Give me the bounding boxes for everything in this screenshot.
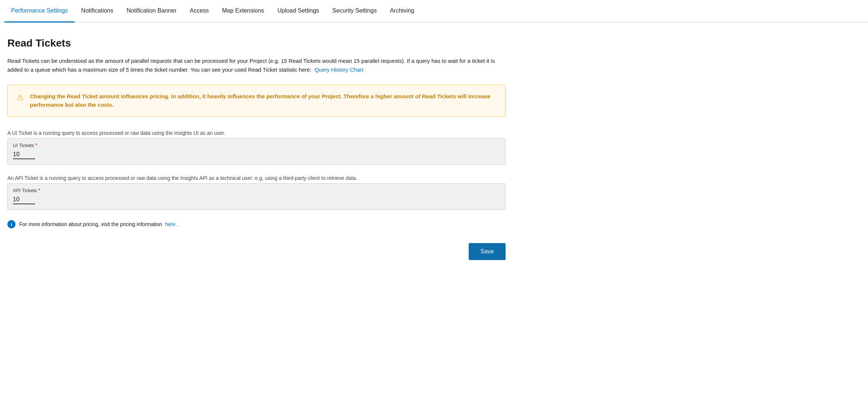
description-text: Read Tickets can be understood as the am… bbox=[7, 58, 495, 73]
tab-archiving[interactable]: Archiving bbox=[383, 0, 421, 23]
tab-access[interactable]: Access bbox=[183, 0, 216, 23]
page-title: Read Tickets bbox=[7, 37, 509, 49]
tab-notification-banner[interactable]: Notification Banner bbox=[120, 0, 183, 23]
ui-tickets-field-container: UI Tickets * bbox=[7, 138, 506, 165]
api-tickets-field-container: API Tickets * bbox=[7, 183, 506, 210]
button-row: Save bbox=[7, 243, 506, 260]
api-ticket-description: An API Ticket is a running query to acce… bbox=[7, 175, 506, 181]
save-button[interactable]: Save bbox=[469, 243, 506, 260]
pricing-info-link[interactable]: here bbox=[165, 221, 175, 227]
info-banner: i For more information about pricing, vi… bbox=[7, 220, 506, 228]
ui-tickets-input[interactable] bbox=[13, 150, 35, 159]
tab-notifications[interactable]: Notifications bbox=[75, 0, 120, 23]
ui-ticket-description: A UI Ticket is a running query to access… bbox=[7, 130, 506, 136]
main-content: Read Tickets Read Tickets can be underst… bbox=[0, 23, 517, 275]
tab-upload-settings[interactable]: Upload Settings bbox=[271, 0, 326, 23]
api-tickets-required: * bbox=[38, 187, 40, 193]
tab-navigation: Performance SettingsNotificationsNotific… bbox=[0, 0, 868, 23]
ui-tickets-required: * bbox=[35, 142, 37, 148]
info-text: For more information about pricing, visi… bbox=[19, 221, 178, 227]
tab-map-extensions[interactable]: Map Extensions bbox=[216, 0, 271, 23]
query-history-chart-link[interactable]: Query History Chart bbox=[314, 66, 364, 73]
api-tickets-label: API Tickets * bbox=[13, 187, 500, 193]
info-icon: i bbox=[7, 220, 16, 228]
warning-banner: ⚠ Changing the Read Ticket amount influe… bbox=[7, 85, 506, 117]
warning-icon: ⚠ bbox=[17, 93, 24, 102]
tab-performance-settings[interactable]: Performance Settings bbox=[4, 0, 75, 23]
page-description: Read Tickets can be understood as the am… bbox=[7, 57, 506, 74]
tab-security-settings[interactable]: Security Settings bbox=[326, 0, 383, 23]
ui-tickets-label: UI Tickets * bbox=[13, 142, 500, 148]
warning-text: Changing the Read Ticket amount influenc… bbox=[30, 92, 496, 109]
api-tickets-input[interactable] bbox=[13, 195, 35, 204]
